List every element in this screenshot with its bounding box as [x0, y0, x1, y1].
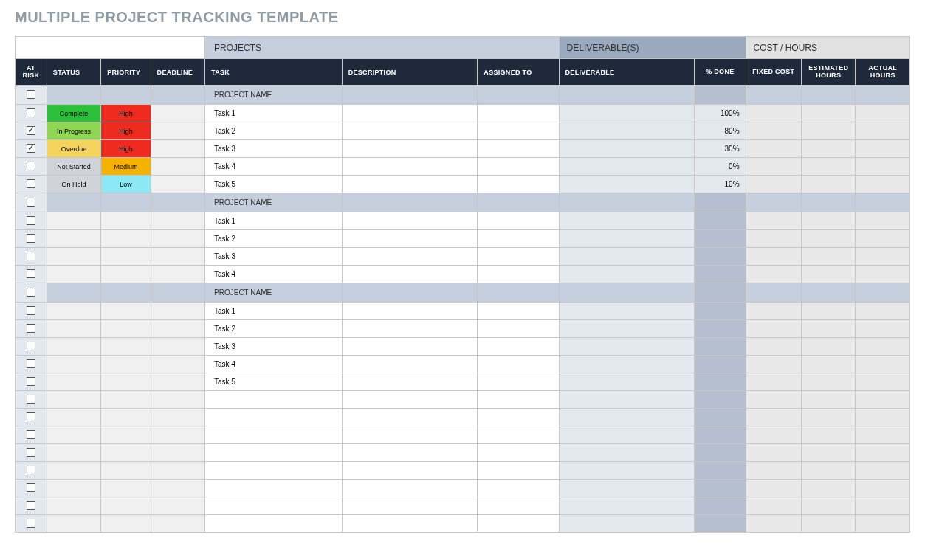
cell-assigned-to[interactable]	[478, 338, 559, 356]
priority-pill[interactable]: High	[101, 122, 150, 140]
cell-task[interactable]: Task 3	[205, 140, 343, 158]
cell-task[interactable]: Task 1	[205, 212, 343, 230]
cell-status[interactable]	[47, 444, 100, 462]
cell-pct-done[interactable]: 30%	[695, 140, 746, 158]
cell-priority[interactable]	[101, 212, 151, 230]
cell-deliverable[interactable]	[559, 122, 695, 140]
cell-priority[interactable]	[101, 193, 151, 212]
cell-deadline[interactable]	[151, 373, 204, 391]
cell-est-hours[interactable]	[802, 497, 856, 515]
cell-fixed-cost[interactable]	[746, 356, 801, 373]
cell-fixed-cost[interactable]	[746, 515, 801, 533]
cell-fixed-cost[interactable]	[746, 248, 801, 266]
cell-description[interactable]	[342, 320, 478, 338]
cell-task[interactable]: Task 1	[205, 105, 343, 122]
cell-task[interactable]: Task 2	[205, 122, 343, 140]
cell-description[interactable]	[342, 338, 478, 356]
cell-act-hours[interactable]	[856, 462, 910, 480]
cell-assigned-to[interactable]	[478, 158, 559, 176]
cell-deliverable[interactable]	[559, 86, 695, 105]
cell-act-hours[interactable]	[856, 373, 910, 391]
cell-act-hours[interactable]	[856, 140, 910, 158]
cell-task[interactable]	[205, 515, 343, 533]
cell-fixed-cost[interactable]	[746, 303, 801, 320]
checkbox-icon[interactable]	[27, 216, 35, 225]
cell-priority[interactable]	[101, 409, 151, 426]
cell-deliverable[interactable]	[559, 303, 695, 320]
cell-deadline[interactable]	[151, 480, 204, 497]
cell-deadline[interactable]	[151, 176, 204, 193]
cell-priority[interactable]	[101, 338, 151, 356]
cell-description[interactable]	[342, 426, 478, 444]
cell-task[interactable]: Task 4	[205, 356, 343, 373]
cell-deliverable[interactable]	[559, 444, 695, 462]
cell-pct-done[interactable]	[695, 303, 746, 320]
cell-priority[interactable]: Low	[101, 176, 151, 193]
priority-pill[interactable]: High	[101, 140, 150, 158]
cell-est-hours[interactable]	[802, 230, 856, 248]
cell-est-hours[interactable]	[802, 303, 856, 320]
cell-pct-done[interactable]	[695, 391, 746, 409]
checkbox-icon[interactable]	[27, 377, 35, 386]
cell-assigned-to[interactable]	[478, 86, 559, 105]
status-pill[interactable]: Not Started	[47, 158, 100, 176]
cell-deliverable[interactable]	[559, 230, 695, 248]
cell-fixed-cost[interactable]	[746, 480, 801, 497]
cell-pct-done[interactable]	[695, 497, 746, 515]
cell-deliverable[interactable]	[559, 283, 695, 303]
cell-assigned-to[interactable]	[478, 320, 559, 338]
cell-assigned-to[interactable]	[478, 480, 559, 497]
cell-description[interactable]	[342, 193, 478, 212]
cell-pct-done[interactable]	[695, 212, 746, 230]
cell-pct-done[interactable]	[695, 338, 746, 356]
cell-assigned-to[interactable]	[478, 140, 559, 158]
cell-fixed-cost[interactable]	[746, 426, 801, 444]
cell-priority[interactable]	[101, 303, 151, 320]
cell-task[interactable]: Task 1	[205, 303, 343, 320]
cell-fixed-cost[interactable]	[746, 409, 801, 426]
cell-pct-done[interactable]	[695, 283, 746, 303]
cell-pct-done[interactable]	[695, 356, 746, 373]
cell-fixed-cost[interactable]	[746, 266, 801, 283]
cell-deadline[interactable]	[151, 158, 204, 176]
cell-est-hours[interactable]	[802, 409, 856, 426]
cell-priority[interactable]	[101, 426, 151, 444]
cell-deadline[interactable]	[151, 212, 204, 230]
cell-pct-done[interactable]	[695, 462, 746, 480]
cell-fixed-cost[interactable]	[746, 497, 801, 515]
cell-priority[interactable]	[101, 444, 151, 462]
cell-priority[interactable]	[101, 373, 151, 391]
cell-assigned-to[interactable]	[478, 193, 559, 212]
cell-description[interactable]	[342, 515, 478, 533]
cell-fixed-cost[interactable]	[746, 283, 801, 303]
cell-deadline[interactable]	[151, 338, 204, 356]
cell-task[interactable]	[205, 426, 343, 444]
cell-priority[interactable]	[101, 320, 151, 338]
cell-act-hours[interactable]	[856, 266, 910, 283]
cell-status[interactable]	[47, 230, 100, 248]
cell-deadline[interactable]	[151, 122, 204, 140]
cell-priority[interactable]	[101, 356, 151, 373]
cell-task[interactable]	[205, 409, 343, 426]
cell-fixed-cost[interactable]	[746, 140, 801, 158]
cell-task[interactable]: Task 3	[205, 248, 343, 266]
priority-pill[interactable]: Medium	[101, 158, 150, 176]
cell-est-hours[interactable]	[802, 266, 856, 283]
cell-act-hours[interactable]	[856, 230, 910, 248]
cell-deadline[interactable]	[151, 105, 204, 122]
cell-assigned-to[interactable]	[478, 212, 559, 230]
checkbox-icon[interactable]	[27, 448, 35, 457]
cell-act-hours[interactable]	[856, 105, 910, 122]
checkbox-icon[interactable]	[27, 483, 35, 492]
cell-pct-done[interactable]	[695, 515, 746, 533]
cell-task[interactable]: Task 2	[205, 320, 343, 338]
checkbox-icon[interactable]	[27, 395, 35, 404]
cell-status[interactable]	[47, 248, 100, 266]
cell-task[interactable]: Task 5	[205, 176, 343, 193]
checkbox-icon[interactable]	[27, 269, 35, 278]
cell-assigned-to[interactable]	[478, 230, 559, 248]
cell-status[interactable]	[47, 515, 100, 533]
checkbox-icon[interactable]	[27, 466, 35, 474]
cell-pct-done[interactable]	[695, 444, 746, 462]
cell-priority[interactable]: High	[101, 140, 151, 158]
